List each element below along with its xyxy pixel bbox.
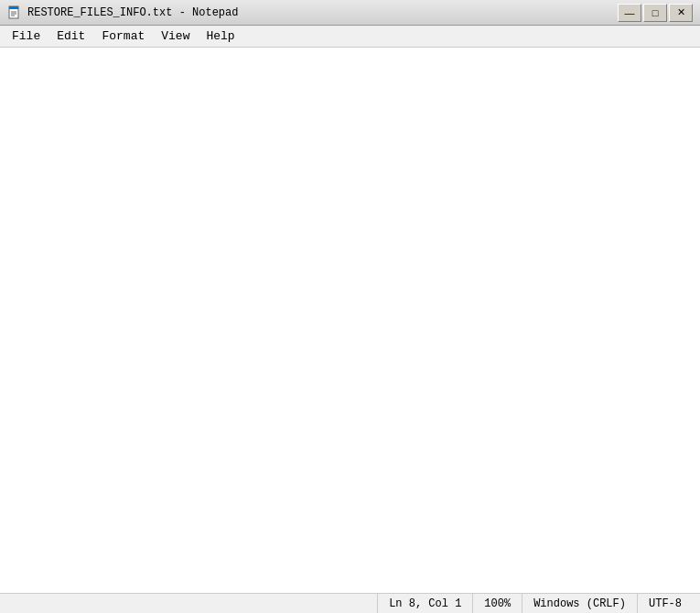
line-ending: Windows (CRLF) bbox=[522, 594, 637, 613]
menu-bar: File Edit Format View Help bbox=[0, 26, 700, 48]
svg-rect-1 bbox=[9, 6, 18, 9]
menu-help[interactable]: Help bbox=[198, 27, 242, 46]
text-editor[interactable] bbox=[0, 48, 700, 593]
menu-edit[interactable]: Edit bbox=[48, 27, 93, 46]
close-button[interactable]: ✕ bbox=[669, 4, 693, 22]
title-controls: — □ ✕ bbox=[618, 4, 693, 22]
encoding: UTF-8 bbox=[637, 594, 693, 613]
menu-view[interactable]: View bbox=[153, 27, 198, 46]
maximize-button[interactable]: □ bbox=[643, 4, 667, 22]
title-bar-left: RESTORE_FILES_INFO.txt - Notepad bbox=[7, 5, 238, 20]
title-bar: RESTORE_FILES_INFO.txt - Notepad — □ ✕ bbox=[0, 0, 700, 26]
editor-container bbox=[0, 48, 700, 593]
menu-file[interactable]: File bbox=[4, 27, 48, 46]
cursor-position: Ln 8, Col 1 bbox=[377, 594, 472, 613]
status-bar: Ln 8, Col 1 100% Windows (CRLF) UTF-8 bbox=[0, 593, 700, 613]
app-icon bbox=[7, 5, 22, 20]
window-title: RESTORE_FILES_INFO.txt - Notepad bbox=[27, 6, 238, 19]
menu-format[interactable]: Format bbox=[93, 27, 153, 46]
zoom-level: 100% bbox=[472, 594, 522, 613]
minimize-button[interactable]: — bbox=[618, 4, 641, 22]
